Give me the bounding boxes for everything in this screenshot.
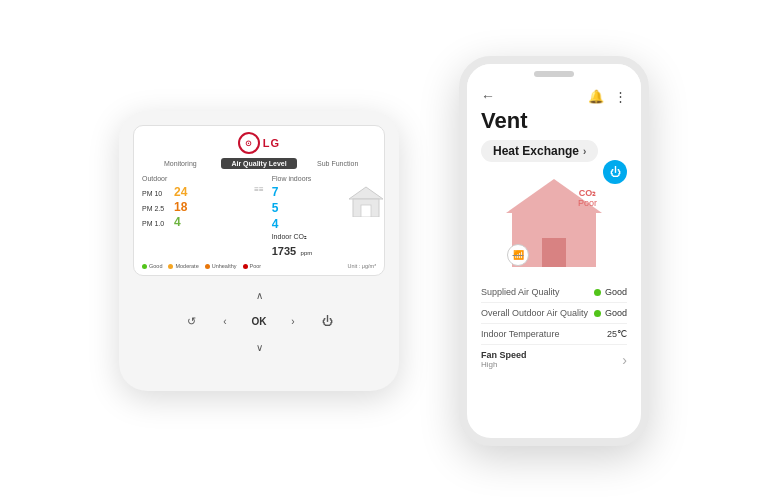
- outdoor-aq-label: Overall Outdoor Air Quality: [481, 308, 588, 318]
- legend-unhealthy: Unhealthy: [205, 263, 237, 269]
- co2-badge: CO₂ Poor: [578, 188, 597, 208]
- ctrl-left-btn[interactable]: ‹: [214, 310, 236, 332]
- legend-poor: Poor: [243, 263, 262, 269]
- co2-label-thermo: Indoor CO₂: [272, 233, 376, 241]
- info-row-temp: Indoor Temperature 25℃: [481, 324, 627, 345]
- tab-sub-function[interactable]: Sub Function: [299, 158, 376, 169]
- fan-speed-label: Fan Speed: [481, 350, 527, 360]
- house-icon-thermo: [347, 185, 385, 221]
- bell-icon[interactable]: 🔔: [588, 89, 604, 104]
- co2-status-phone: Poor: [578, 198, 597, 208]
- pm-value-10b: 4: [174, 215, 181, 229]
- supplied-label: Supplied Air Quality: [481, 287, 560, 297]
- heat-exchange-button[interactable]: Heat Exchange ›: [481, 140, 598, 162]
- info-row-outdoor: Overall Outdoor Air Quality Good: [481, 303, 627, 324]
- pm-row-25: PM 2.5 18: [142, 200, 246, 214]
- svg-marker-0: [349, 187, 383, 199]
- phone-status-bar: [467, 64, 641, 84]
- thermostat-screen: ⊙ LG Monitoring Air Quality Level Sub Fu…: [133, 125, 385, 276]
- legend-dot-moderate: [168, 264, 173, 269]
- pm-label-25: PM 2.5: [142, 205, 170, 212]
- pm-row-10b: PM 1.0 4: [142, 215, 246, 229]
- info-section: Supplied Air Quality Good Overall Outdoo…: [467, 278, 641, 438]
- ctrl-ok-btn[interactable]: OK: [248, 310, 270, 332]
- ctrl-row-mid: ↺ ‹ OK › ⏻: [180, 310, 338, 332]
- lg-logo: ⊙ LG: [142, 132, 376, 154]
- legend-moderate: Moderate: [168, 263, 198, 269]
- pm-label-10: PM 10: [142, 190, 170, 197]
- menu-icon[interactable]: ⋮: [614, 89, 627, 104]
- info-row-supplied: Supplied Air Quality Good: [481, 282, 627, 303]
- phone-title: Vent: [467, 108, 641, 136]
- legend-good: Good: [142, 263, 162, 269]
- no-wifi-icon: 📶: [507, 244, 529, 266]
- indoor-co2: Indoor CO₂ 1735 ppm: [272, 233, 376, 259]
- fan-speed-section: Fan Speed High: [481, 350, 527, 369]
- outdoor-label: Outdoor: [142, 175, 246, 182]
- pm-row-10: PM 10 24: [142, 185, 246, 199]
- co2-label-phone: CO₂: [578, 188, 597, 198]
- ctrl-up-btn[interactable]: ∧: [248, 284, 270, 306]
- unit-label: Unit : μg/m³: [347, 263, 376, 269]
- phone-header: ← 🔔 ⋮: [467, 84, 641, 108]
- screen-content: Outdoor PM 10 24 PM 2.5 18 PM 1.0 4: [142, 175, 376, 259]
- ctrl-right-btn[interactable]: ›: [282, 310, 304, 332]
- co2-value-thermo: 1735: [272, 245, 296, 257]
- outdoor-aq-dot: [594, 310, 601, 317]
- back-icon[interactable]: ←: [481, 88, 495, 104]
- phone-device: ← 🔔 ⋮ Vent ⏻ Heat Exchange ›: [459, 56, 649, 446]
- supplied-value: Good: [594, 287, 627, 297]
- legend-dot-good: [142, 264, 147, 269]
- legend-bar: Good Moderate Unhealthy Poor Unit : μg/m…: [142, 263, 376, 269]
- ctrl-down-btn[interactable]: ∨: [248, 336, 270, 358]
- heat-exchange-chevron: ›: [583, 146, 586, 157]
- outdoor-section: Outdoor PM 10 24 PM 2.5 18 PM 1.0 4: [142, 175, 246, 230]
- header-icons: 🔔 ⋮: [588, 89, 627, 104]
- lg-text: LG: [263, 137, 280, 149]
- fan-speed-row[interactable]: Fan Speed High ›: [481, 345, 627, 374]
- temp-label: Indoor Temperature: [481, 329, 559, 339]
- ctrl-row-down: ∨: [248, 336, 270, 358]
- scene: ⊙ LG Monitoring Air Quality Level Sub Fu…: [0, 0, 768, 502]
- co2-unit-thermo: ppm: [301, 250, 313, 256]
- pm-value-10: 24: [174, 185, 187, 199]
- legend-dot-unhealthy: [205, 264, 210, 269]
- outdoor-aq-value: Good: [594, 308, 627, 318]
- controls: ∧ ↺ ‹ OK › ⏻ ∨: [133, 284, 385, 358]
- flow-label: Flow indoors: [272, 175, 376, 182]
- temp-value: 25℃: [607, 329, 627, 339]
- lg-circle-logo: ⊙: [238, 132, 260, 154]
- ctrl-power-btn[interactable]: ⏻: [316, 310, 338, 332]
- tab-bar: Monitoring Air Quality Level Sub Functio…: [142, 158, 376, 169]
- ctrl-row-up: ∧: [248, 284, 270, 306]
- house-visualization: CO₂ Poor 📶: [481, 168, 627, 278]
- phone-notch: [534, 71, 574, 77]
- pm-value-25: 18: [174, 200, 187, 214]
- supplied-dot: [594, 289, 601, 296]
- ctrl-back-btn[interactable]: ↺: [180, 310, 202, 332]
- tab-air-quality[interactable]: Air Quality Level: [221, 158, 298, 169]
- fan-speed-value: High: [481, 360, 527, 369]
- tab-monitoring[interactable]: Monitoring: [142, 158, 219, 169]
- flow-arrows: ≡≡: [250, 185, 267, 194]
- pm-label-10b: PM 1.0: [142, 220, 170, 227]
- legend-dot-poor: [243, 264, 248, 269]
- svg-rect-5: [542, 238, 566, 267]
- svg-rect-2: [361, 205, 371, 217]
- thermostat-device: ⊙ LG Monitoring Air Quality Level Sub Fu…: [119, 111, 399, 391]
- title-section: Vent ⏻: [467, 108, 641, 136]
- fan-speed-chevron[interactable]: ›: [622, 352, 627, 368]
